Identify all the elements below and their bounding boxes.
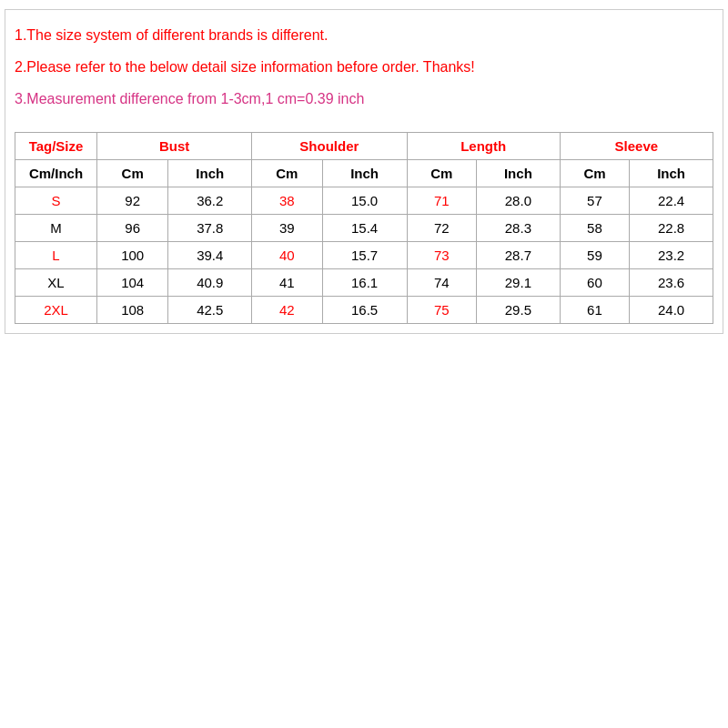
table-cell: M bbox=[15, 214, 97, 241]
table-cell: 40.9 bbox=[168, 268, 252, 296]
table-cell: 15.0 bbox=[322, 187, 407, 214]
subheader-bust-inch: Inch bbox=[168, 159, 252, 187]
table-subheader-row: Cm/Inch Cm Inch Cm Inch Cm Inch Cm Inch bbox=[15, 159, 713, 187]
table-cell: 22.8 bbox=[630, 214, 713, 241]
table-header-row: Tag/Size Bust Shoulder Length Sleeve bbox=[15, 132, 713, 159]
header-length: Length bbox=[407, 132, 560, 159]
table-cell: 59 bbox=[560, 241, 629, 268]
subheader-sleeve-cm: Cm bbox=[560, 159, 629, 187]
table-row: XL10440.94116.17429.16023.6 bbox=[15, 268, 713, 296]
table-cell: 96 bbox=[97, 214, 168, 241]
table-cell: 60 bbox=[560, 268, 629, 296]
table-cell: 40 bbox=[252, 241, 322, 268]
header-tagsize: Tag/Size bbox=[15, 132, 97, 159]
table-cell: 58 bbox=[560, 214, 629, 241]
table-cell: 36.2 bbox=[168, 187, 252, 214]
subheader-length-inch: Inch bbox=[477, 159, 561, 187]
table-cell: 16.5 bbox=[322, 296, 407, 323]
subheader-shoulder-inch: Inch bbox=[322, 159, 407, 187]
header-sleeve: Sleeve bbox=[560, 132, 713, 159]
header-bust: Bust bbox=[97, 132, 252, 159]
table-cell: 72 bbox=[407, 214, 476, 241]
table-cell: 73 bbox=[407, 241, 476, 268]
table-cell: 16.1 bbox=[322, 268, 407, 296]
table-cell: 39.4 bbox=[168, 241, 252, 268]
table-cell: 29.5 bbox=[477, 296, 561, 323]
subheader-cm-inch: Cm/Inch bbox=[15, 159, 97, 187]
notice-1: 1.The size system of different brands is… bbox=[15, 19, 713, 51]
table-cell: 104 bbox=[97, 268, 168, 296]
subheader-sleeve-inch: Inch bbox=[630, 159, 713, 187]
table-cell: 22.4 bbox=[630, 187, 713, 214]
table-cell: 74 bbox=[407, 268, 476, 296]
table-cell: 41 bbox=[252, 268, 322, 296]
subheader-shoulder-cm: Cm bbox=[252, 159, 322, 187]
subheader-bust-cm: Cm bbox=[97, 159, 168, 187]
table-cell: 108 bbox=[97, 296, 168, 323]
table-cell: 57 bbox=[560, 187, 629, 214]
size-table: Tag/Size Bust Shoulder Length Sleeve Cm/… bbox=[15, 132, 713, 324]
notice-3: 3.Measurement difference from 1-3cm,1 cm… bbox=[15, 83, 713, 115]
table-cell: 42 bbox=[252, 296, 322, 323]
table-body: S9236.23815.07128.05722.4M9637.83915.472… bbox=[15, 187, 713, 323]
header-shoulder: Shoulder bbox=[252, 132, 407, 159]
table-cell: L bbox=[15, 241, 97, 268]
table-cell: 24.0 bbox=[630, 296, 713, 323]
table-cell: 28.3 bbox=[477, 214, 561, 241]
table-cell: 42.5 bbox=[168, 296, 252, 323]
table-cell: 37.8 bbox=[168, 214, 252, 241]
table-cell: 71 bbox=[407, 187, 476, 214]
table-cell: XL bbox=[15, 268, 97, 296]
table-cell: 92 bbox=[97, 187, 168, 214]
table-cell: 61 bbox=[560, 296, 629, 323]
table-cell: 15.7 bbox=[322, 241, 407, 268]
table-cell: 75 bbox=[407, 296, 476, 323]
table-cell: 28.0 bbox=[477, 187, 561, 214]
table-cell: 39 bbox=[252, 214, 322, 241]
notice-2: 2.Please refer to the below detail size … bbox=[15, 51, 713, 83]
table-cell: 28.7 bbox=[477, 241, 561, 268]
notice-section: 1.The size system of different brands is… bbox=[15, 19, 713, 116]
table-cell: 100 bbox=[97, 241, 168, 268]
table-cell: 38 bbox=[252, 187, 322, 214]
table-row: M9637.83915.47228.35822.8 bbox=[15, 214, 713, 241]
table-cell: 2XL bbox=[15, 296, 97, 323]
table-row: S9236.23815.07128.05722.4 bbox=[15, 187, 713, 214]
table-row: L10039.44015.77328.75923.2 bbox=[15, 241, 713, 268]
subheader-length-cm: Cm bbox=[407, 159, 476, 187]
main-container: 1.The size system of different brands is… bbox=[5, 9, 723, 334]
table-cell: 23.6 bbox=[630, 268, 713, 296]
table-cell: 15.4 bbox=[322, 214, 407, 241]
table-row: 2XL10842.54216.57529.56124.0 bbox=[15, 296, 713, 323]
table-cell: 23.2 bbox=[630, 241, 713, 268]
table-cell: 29.1 bbox=[477, 268, 561, 296]
table-cell: S bbox=[15, 187, 97, 214]
